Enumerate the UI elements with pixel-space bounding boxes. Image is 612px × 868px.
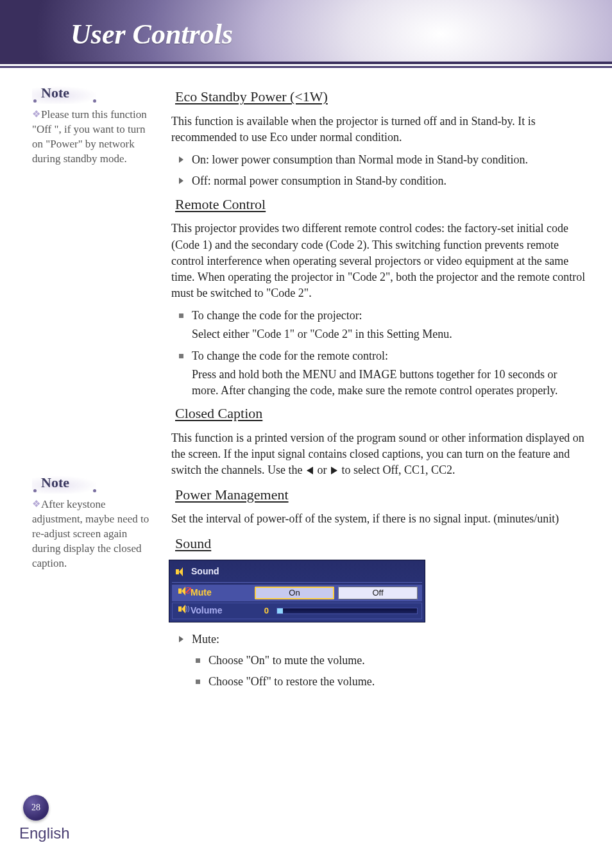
page-body: Note ❖Please turn this function "Off ", … [0, 64, 612, 696]
page-header: User Controls [0, 0, 612, 64]
section-title-sound: Sound [164, 534, 586, 554]
sound-osd-panel: Sound Mute On Off )) Volume 0 [169, 560, 425, 622]
volume-control: 0 [255, 605, 418, 617]
note2-text: After keystone adjustment, maybe need to… [32, 498, 149, 569]
volume-slider[interactable] [276, 608, 418, 614]
volume-value: 0 [255, 605, 269, 617]
sound-mute-row[interactable]: Mute On Off [172, 585, 422, 601]
sound-mute-on: Choose "On" to mute the volume. [196, 653, 586, 669]
cc-desc-b: to select Off, CC1, CC2. [339, 463, 455, 476]
language-label: English [19, 824, 70, 842]
section-title-eco: Eco Standby Power (<1W) [164, 87, 586, 107]
remote-item-2: To change the code for the remote contro… [179, 348, 586, 399]
remote-item-2-body: Press and hold both the MENU and IMAGE b… [192, 367, 586, 399]
section-title-cc: Closed Caption [164, 404, 586, 424]
sound-mute-sublist: Choose "On" to mute the volume. Choose "… [164, 653, 586, 690]
note-block-2: Note ❖After keystone adjustment, maybe n… [32, 473, 152, 571]
page-footer: 28 English [19, 795, 70, 842]
eco-desc: This function is available when the proj… [164, 113, 586, 146]
mute-options: On Off [255, 587, 418, 599]
sound-header-label: Sound [191, 565, 219, 578]
main-content: Eco Standby Power (<1W) This function is… [164, 83, 586, 696]
sound-panel-header: Sound [172, 563, 422, 583]
note1-text: Please turn this function "Off ", if you… [32, 108, 147, 165]
page-number-badge: 28 [23, 795, 49, 821]
volume-icon: )) [176, 605, 191, 617]
eco-on-item: On: lower power consumption than Normal … [179, 152, 586, 168]
pm-desc: Set the interval of power-off of the sys… [164, 511, 586, 527]
left-arrow-icon [307, 467, 313, 474]
sound-desc-list: Mute: [164, 631, 586, 647]
diamond-bullet-icon: ❖ [32, 499, 40, 509]
header-rule [0, 66, 612, 68]
sound-mute-off: Choose "Off" to restore the volume. [196, 674, 586, 690]
section-title-remote: Remote Control [164, 195, 586, 215]
sound-mute-head: Mute: [179, 631, 586, 647]
note-badge-icon: Note [32, 83, 96, 104]
mute-off-option[interactable]: Off [338, 587, 418, 599]
section-title-pm: Power Management [164, 485, 586, 505]
remote-list: To change the code for the projector: Se… [164, 308, 586, 399]
right-arrow-icon [331, 467, 337, 474]
note-badge-icon: Note [32, 473, 96, 494]
eco-off-item: Off: normal power consumption in Stand-b… [179, 173, 586, 189]
diamond-bullet-icon: ❖ [32, 109, 40, 119]
remote-item-1-head: To change the code for the projector: [192, 309, 362, 322]
note-text-2: ❖After keystone adjustment, maybe need t… [32, 497, 152, 571]
remote-item-1: To change the code for the projector: Se… [179, 308, 586, 342]
eco-list: On: lower power consumption than Normal … [164, 152, 586, 189]
page-title: User Controls [0, 0, 612, 51]
mute-on-option[interactable]: On [255, 587, 334, 599]
speaker-icon [176, 567, 186, 576]
volume-label: Volume [191, 605, 255, 617]
note-text-1: ❖Please turn this function "Off ", if yo… [32, 108, 152, 167]
mute-label: Mute [191, 587, 255, 599]
remote-item-2-head: To change the code for the remote contro… [192, 349, 388, 362]
sidebar: Note ❖Please turn this function "Off ", … [32, 83, 164, 696]
note-block-1: Note ❖Please turn this function "Off ", … [32, 83, 152, 167]
remote-item-1-body: Select either "Code 1" or "Code 2" in th… [192, 326, 586, 342]
remote-desc: This projector provides two different re… [164, 221, 586, 301]
volume-fill [277, 608, 283, 613]
cc-desc-mid: or [314, 463, 330, 476]
sound-volume-row[interactable]: )) Volume 0 [172, 603, 422, 619]
cc-desc: This function is a printed version of th… [164, 430, 586, 479]
mute-icon [176, 587, 191, 599]
